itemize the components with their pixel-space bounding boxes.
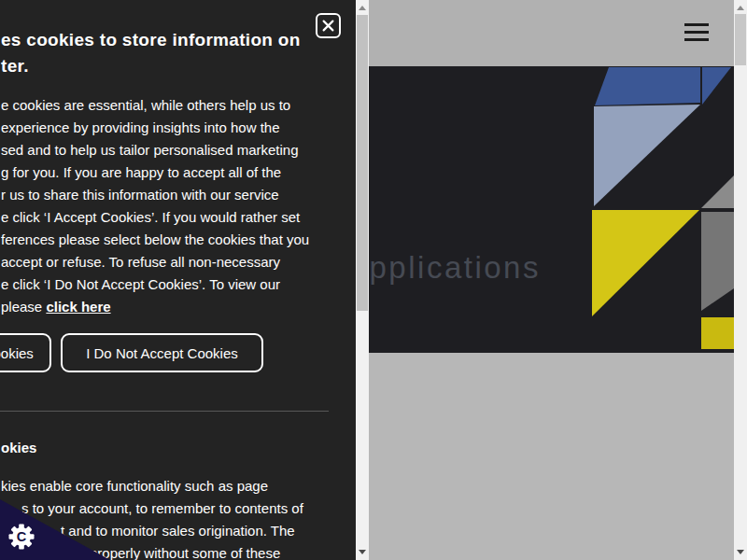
cookie-text-line: accept or refuse. To refuse all non-nece… (1, 251, 309, 273)
decline-cookies-button[interactable]: I Do Not Accept Cookies (61, 333, 263, 372)
link-prefix: please (1, 299, 46, 315)
cookie-text-line: r us to share this information with our … (1, 184, 309, 206)
cookie-gear-icon: C (9, 525, 35, 550)
cookie-consent-panel: es cookies to store information on ter. … (0, 0, 369, 560)
cookie-button-row: I Accept Cookies I Do Not Accept Cookies (0, 333, 263, 372)
cookie-text-line: ferences please select below the cookies… (1, 229, 309, 251)
section-divider (0, 411, 329, 412)
page-scrollbar[interactable] (734, 0, 747, 560)
cookie-text-line: g for you. If you are happy to accept al… (1, 161, 309, 184)
cookie-banner-title: es cookies to store information on ter. (1, 27, 301, 79)
page-scrollbar-thumb[interactable] (735, 14, 746, 65)
cookie-banner-intro: e cookies are essential, while others he… (1, 94, 309, 318)
hamburger-bar (684, 38, 709, 41)
scroll-up-icon[interactable] (359, 6, 366, 10)
cookie-text-line: e click ‘I Do Not Accept Cookies’. To vi… (1, 273, 309, 296)
necessary-cookies-heading: okies (1, 440, 36, 455)
hero-title: Applications (346, 250, 541, 286)
scroll-down-icon[interactable] (359, 550, 366, 554)
cookie-text-line: e cookies are essential, while others he… (1, 94, 309, 117)
title-line: ter. (1, 53, 301, 79)
cookie-policy-link[interactable]: click here (46, 299, 110, 315)
hamburger-bar (684, 31, 709, 34)
close-button[interactable] (316, 13, 341, 38)
cookie-icon-letter: C (17, 529, 27, 544)
cookie-text-line: kies enable core functionality such as p… (1, 475, 303, 497)
cookie-text-line: sed and to help us tailor personalised m… (1, 139, 309, 161)
close-icon (322, 20, 334, 32)
accept-cookies-button[interactable]: I Accept Cookies (0, 333, 51, 372)
cookie-control-badge[interactable]: C (0, 498, 110, 560)
cookie-panel-scrollbar-thumb[interactable] (357, 15, 368, 311)
hamburger-menu-icon[interactable] (684, 23, 709, 41)
hamburger-bar (684, 23, 709, 26)
cookie-panel-scrollbar[interactable] (356, 0, 369, 560)
title-line: es cookies to store information on (1, 27, 301, 53)
cookie-text-line: please click here (1, 296, 309, 318)
scroll-up-icon[interactable] (737, 6, 744, 10)
scroll-down-icon[interactable] (737, 550, 744, 554)
cookie-badge-triangle: C (0, 498, 110, 560)
cookie-text-line: e click ‘I Accept Cookies’. If you would… (1, 206, 309, 229)
cookie-text-line: experience by providing insights into ho… (1, 117, 309, 139)
